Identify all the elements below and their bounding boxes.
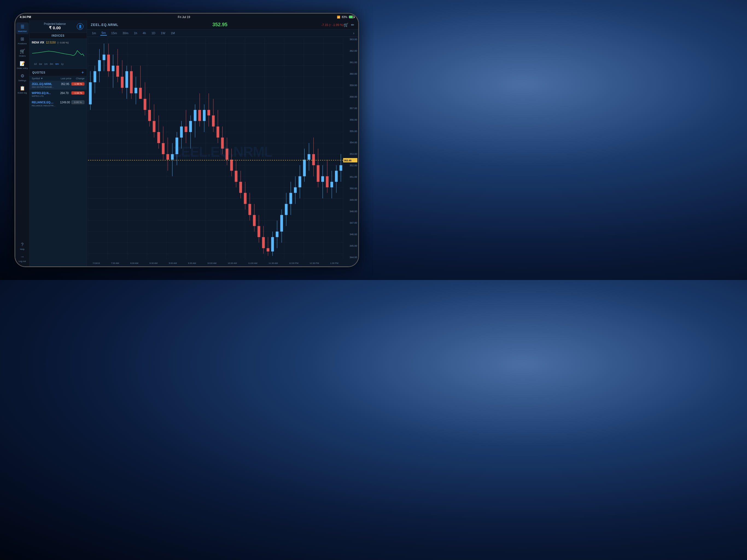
price-tick-351: 351.00 bbox=[345, 176, 357, 178]
price-tick-346: 346.00 bbox=[345, 233, 357, 236]
quote-price-reliance: 1249.00 bbox=[55, 101, 70, 104]
time-tick-7: 10:30 AM bbox=[228, 262, 237, 264]
watchlist-icon: ☰ bbox=[21, 24, 24, 29]
edit-icon[interactable]: ✏ bbox=[351, 23, 354, 27]
price-tick-355: 355.00 bbox=[345, 130, 357, 133]
quote-row-zeel[interactable]: ZEEL.EQ.NRML 352.95 -1.99 % ZEE ENTERTAI… bbox=[29, 81, 87, 90]
right-panel: ZEEL.EQ.NRML 352.95 -7.15 (↑ -1.99 %) 🛒 … bbox=[87, 20, 358, 266]
tf-btn-1m[interactable]: 1m bbox=[91, 31, 97, 35]
sidebar-label-order-entry: Order entry bbox=[17, 67, 28, 70]
device-screen: 4:34 PM Fri Jul 19 📶 83% ☰ Watchlist ⊞ P… bbox=[15, 14, 358, 266]
tf-1w[interactable]: 1w bbox=[39, 62, 42, 65]
tf-1d[interactable]: 1d bbox=[34, 62, 36, 65]
sidebar-item-event-log[interactable]: 📋 Event log bbox=[16, 84, 29, 96]
time-axis: 7/19/19 7:30 AM 8:00 AM 8:30 AM 9:00 AM … bbox=[87, 260, 344, 266]
sidebar-label-help: Help bbox=[20, 248, 24, 251]
sidebar-label-settings: Settings bbox=[18, 79, 26, 82]
logout-icon: → bbox=[20, 254, 25, 259]
price-tick-354: 354.00 bbox=[345, 141, 357, 144]
sidebar-item-positions[interactable]: ⊞ Positions bbox=[16, 35, 29, 47]
chart-actions: 🛒 ✏ bbox=[344, 23, 354, 27]
quotes-section-header: QUOTES + bbox=[29, 69, 87, 76]
tf-btn-1d[interactable]: 1D bbox=[150, 31, 156, 35]
balance-text: Projected balance ₹ 0.00 bbox=[33, 22, 77, 30]
quote-symbol-wipro: WIPRO.EQ.N... bbox=[32, 92, 51, 95]
avatar-icon[interactable]: 👤 bbox=[77, 23, 83, 30]
time-tick-8: 11:00 AM bbox=[248, 262, 257, 264]
price-tick-349: 349.00 bbox=[345, 199, 357, 201]
price-tick-361: 361.00 bbox=[345, 61, 357, 64]
sidebar-item-watchlist[interactable]: ☰ Watchlist bbox=[16, 22, 29, 34]
tf-6m[interactable]: 6m bbox=[55, 62, 59, 65]
india-vix-symbol: INDIA VIX bbox=[32, 41, 44, 44]
balance-section: Projected balance ₹ 0.00 👤 bbox=[29, 20, 87, 33]
sidebar-nav: ☰ Watchlist ⊞ Positions 🛒 Orders 📝 Order… bbox=[15, 20, 29, 266]
col-price-header: Last price bbox=[56, 77, 71, 80]
settings-icon: ⚙ bbox=[21, 73, 24, 78]
price-tick-356: 356.00 bbox=[345, 119, 357, 121]
event-log-icon: 📋 bbox=[20, 85, 25, 91]
price-tick-359: 359.00 bbox=[345, 84, 357, 87]
quote-name-wipro: WIPRO LTD bbox=[32, 95, 84, 97]
quote-price-zeel: 352.95 bbox=[54, 82, 69, 85]
help-icon: ? bbox=[21, 242, 24, 247]
quote-price-wipro: 264.70 bbox=[54, 92, 69, 95]
orders-icon: 🛒 bbox=[20, 49, 25, 54]
tf-btn-15m[interactable]: 15m bbox=[110, 31, 118, 35]
price-tick-363: 363.00 bbox=[345, 38, 357, 41]
quote-row-reliance[interactable]: RELIANCE.EQ.... 1249.00 0.00 % RELIANCE … bbox=[29, 99, 87, 108]
price-tick-344: 344.00 bbox=[345, 256, 357, 259]
mini-chart bbox=[32, 45, 84, 61]
battery-icon bbox=[349, 16, 354, 18]
quote-row-wipro[interactable]: WIPRO.EQ.N... 264.70 -1.64 % WIPRO LTD bbox=[29, 90, 87, 99]
sidebar-item-settings[interactable]: ⚙ Settings bbox=[16, 72, 29, 83]
tf-btn-30m[interactable]: 30m bbox=[121, 31, 129, 35]
sidebar-item-logout[interactable]: → Log out bbox=[16, 253, 29, 264]
quote-change-reliance: 0.00 % bbox=[71, 100, 84, 104]
sidebar-item-order-entry[interactable]: 📝 Order entry bbox=[16, 59, 29, 71]
time-tick-12: 1:30 PM bbox=[330, 262, 338, 264]
timeframe-bar: 1m 5m 15m 30m 1h 4h 1D 1W 1M › bbox=[87, 29, 358, 37]
time-tick-11: 12:30 PM bbox=[310, 262, 319, 264]
tf-btn-1w[interactable]: 1W bbox=[160, 31, 166, 35]
device-frame: 4:34 PM Fri Jul 19 📶 83% ☰ Watchlist ⊞ P… bbox=[15, 13, 359, 267]
battery-percent: 83% bbox=[342, 16, 347, 19]
tf-btn-1h[interactable]: 1h bbox=[133, 31, 138, 35]
balance-value: ₹ 0.00 bbox=[33, 25, 77, 30]
quote-name-reliance: RELIANCE INDUSTRI... bbox=[32, 104, 84, 107]
time-tick-2: 8:00 AM bbox=[130, 262, 138, 264]
chart-change: -7.15 (↑ -1.99 %) bbox=[321, 23, 344, 27]
time-filters: 1d 1w 1m 3m 6m 1y bbox=[32, 61, 84, 67]
tf-btn-5m[interactable]: 5m bbox=[100, 31, 107, 35]
add-quote-button[interactable]: + bbox=[81, 70, 84, 75]
time-tick-3: 8:30 AM bbox=[150, 262, 157, 264]
time-tick-6: 10:00 AM bbox=[207, 262, 216, 264]
status-time: 4:34 PM bbox=[20, 15, 31, 19]
price-tick-352: 352.00 bbox=[345, 164, 357, 167]
quotes-title: QUOTES bbox=[32, 71, 45, 74]
cart-icon[interactable]: 🛒 bbox=[344, 23, 349, 27]
time-tick-10: 12:00 PM bbox=[289, 262, 298, 264]
time-tick-5: 9:30 AM bbox=[188, 262, 196, 264]
time-tick-9: 11:30 AM bbox=[268, 262, 278, 264]
expand-icon[interactable]: › bbox=[353, 31, 354, 35]
price-tick-353: 353.00 bbox=[345, 153, 357, 155]
order-entry-icon: 📝 bbox=[20, 61, 25, 66]
sidebar-item-help[interactable]: ? Help bbox=[16, 240, 29, 252]
quote-change-zeel: -1.99 % bbox=[71, 82, 84, 85]
tf-3m[interactable]: 3m bbox=[50, 62, 53, 65]
price-tick-362: 362.00 bbox=[345, 50, 357, 52]
price-tick-357: 357.00 bbox=[345, 107, 357, 110]
sidebar-item-orders[interactable]: 🛒 Orders bbox=[16, 47, 29, 59]
balance-label: Projected balance bbox=[33, 22, 77, 25]
quote-symbol-zeel: ZEEL.EQ.NRML bbox=[32, 82, 52, 85]
positions-icon: ⊞ bbox=[21, 36, 24, 42]
sidebar-label-watchlist: Watchlist bbox=[18, 30, 27, 32]
tf-btn-1mo[interactable]: 1M bbox=[170, 31, 176, 35]
quotes-col-headers: Symbol ▼ Last price Change bbox=[29, 76, 87, 81]
tf-1y[interactable]: 1y bbox=[61, 62, 64, 65]
left-panel: Projected balance ₹ 0.00 👤 INDICES INDIA… bbox=[29, 20, 87, 266]
chart-area: ZEEL.EQ.NRML 363.00 362.00 361.00 360.00… bbox=[87, 37, 358, 266]
tf-btn-4h[interactable]: 4h bbox=[141, 31, 147, 35]
tf-1m[interactable]: 1m bbox=[44, 62, 48, 65]
